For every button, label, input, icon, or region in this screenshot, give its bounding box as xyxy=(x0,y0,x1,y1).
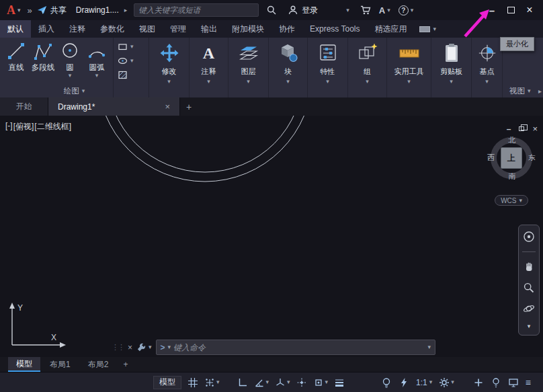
app-menu-button[interactable]: A ▾ xyxy=(4,3,24,17)
help-button[interactable]: ? ▾ xyxy=(394,5,418,15)
command-close-icon[interactable]: × xyxy=(128,343,132,352)
isometric-draft-toggle[interactable]: ▾ xyxy=(275,377,290,388)
viewcube-south[interactable]: 南 xyxy=(509,171,516,182)
close-button[interactable]: × xyxy=(520,3,539,17)
visual-style-control[interactable]: [二维线框] xyxy=(34,121,71,132)
navbar-more-icon[interactable]: ▾ xyxy=(528,323,531,329)
isolate-objects-toggle[interactable] xyxy=(491,377,501,388)
zoom-icon[interactable] xyxy=(523,282,535,294)
ribbon-tab-annotate[interactable]: 注释 xyxy=(62,20,93,38)
doc-close-icon[interactable]: × xyxy=(532,124,538,134)
signin-caret-icon[interactable]: ▾ xyxy=(346,7,349,13)
workspace-switcher[interactable]: ▾ xyxy=(439,377,454,388)
ribbon-tab-addins[interactable]: 附加模块 xyxy=(224,20,272,38)
viewcube-north[interactable]: 北 xyxy=(509,135,516,145)
chevron-down-icon: ▾ xyxy=(433,26,436,32)
viewcube-top-face[interactable]: 上 xyxy=(501,147,522,169)
polar-tracking-toggle[interactable]: ▾ xyxy=(254,377,269,388)
view-control[interactable]: [俯视] xyxy=(13,121,34,132)
ucs-icon[interactable]: Y X xyxy=(3,300,70,352)
tool-ellipse[interactable]: ▾ xyxy=(118,54,148,67)
file-tab-start[interactable]: 开始 xyxy=(0,97,48,116)
doc-minimize-icon[interactable]: – xyxy=(507,124,511,134)
share-button[interactable]: 共享 xyxy=(37,5,67,16)
lineweight-toggle[interactable] xyxy=(334,377,345,388)
command-input[interactable] xyxy=(173,343,425,352)
ortho-toggle[interactable] xyxy=(237,377,248,388)
panel-properties[interactable]: 特性 ▾ xyxy=(308,38,348,97)
file-tab-drawing1[interactable]: Drawing1* × xyxy=(48,97,180,116)
panel-label: 图层 xyxy=(241,67,256,77)
ribbon-scroll-right-icon[interactable]: ▸ xyxy=(538,87,542,95)
chevron-down-icon[interactable]: ▾ xyxy=(69,73,72,79)
panel-layers[interactable]: 图层 ▾ xyxy=(228,38,269,97)
command-grip-handle[interactable]: ⋮⋮ xyxy=(112,343,124,352)
layout-tab-layout1[interactable]: 布局1 xyxy=(42,357,79,372)
tab-label: 协作 xyxy=(279,24,295,35)
navigation-wheel-icon[interactable] xyxy=(523,231,535,243)
annotation-autoscale-toggle[interactable] xyxy=(399,377,409,388)
snap-toggle[interactable]: ▾ xyxy=(204,377,220,388)
viewcube-west[interactable]: 西 xyxy=(487,153,495,163)
search-button[interactable] xyxy=(263,5,280,15)
panel-clipboard[interactable]: 剪贴板 ▾ xyxy=(431,38,472,97)
apps-button[interactable]: A ▾ xyxy=(375,5,394,15)
ribbon-tab-collaborate[interactable]: 协作 xyxy=(272,20,302,38)
chevron-down-icon[interactable]: ▾ xyxy=(95,73,99,79)
model-space-button[interactable]: 模型 xyxy=(153,376,181,389)
viewcube-east[interactable]: 东 xyxy=(528,153,536,163)
orbit-icon[interactable] xyxy=(523,303,535,315)
osnap-tracking-toggle[interactable] xyxy=(296,377,307,388)
ribbon-tab-insert[interactable]: 插入 xyxy=(31,20,62,38)
panel-annotate[interactable]: A 注释 ▾ xyxy=(190,38,228,97)
annotation-visibility-toggle[interactable] xyxy=(381,377,392,388)
panel-group[interactable]: 组 ▾ xyxy=(348,38,387,97)
panel-utilities[interactable]: 实用工具 ▾ xyxy=(387,38,431,97)
command-history-icon[interactable]: ▾ xyxy=(427,344,431,350)
signin-button[interactable]: 登录 xyxy=(288,5,318,16)
layout-tab-layout2[interactable]: 布局2 xyxy=(80,357,117,372)
doc-restore-icon[interactable] xyxy=(519,126,524,131)
ribbon-tab-parametric[interactable]: 参数化 xyxy=(93,20,132,38)
panel-title-draw[interactable]: 绘图 ▾ xyxy=(0,86,149,96)
graphics-performance-toggle[interactable] xyxy=(508,377,519,388)
drawing-canvas[interactable]: [-] [俯视] [二维线框] – × 北 南 西 东 上 WCS ▾ xyxy=(0,116,543,357)
ribbon-tab-home[interactable]: 默认 xyxy=(0,20,31,38)
status-bar: 模型 ▾ ▾ xyxy=(0,372,543,392)
customize-menu[interactable]: ≡ xyxy=(526,377,531,388)
panel-modify[interactable]: 修改 ▾ xyxy=(149,38,190,97)
wcs-dropdown[interactable]: WCS ▾ xyxy=(495,195,528,206)
panel-title-view[interactable]: 视图 ▾ xyxy=(503,86,543,96)
chevron-down-icon: ▾ xyxy=(17,7,21,13)
quick-properties-toggle[interactable] xyxy=(473,377,484,388)
ribbon-tab-manage[interactable]: 管理 xyxy=(163,20,194,38)
grid-toggle[interactable] xyxy=(187,377,198,388)
autoscale-lightning-icon xyxy=(399,377,409,388)
ribbon-tab-output[interactable]: 输出 xyxy=(194,20,224,38)
ribbon-tab-featured-apps[interactable]: 精选应用 xyxy=(367,20,414,38)
viewport-menu[interactable]: [-] xyxy=(5,121,13,132)
new-drawing-button[interactable]: + xyxy=(180,97,198,116)
ribbon-display-toggle[interactable]: ▾ xyxy=(414,20,442,38)
tool-rectangle[interactable]: ▾ xyxy=(118,40,148,52)
panel-basepoint[interactable]: 基点 ▾ xyxy=(472,38,503,97)
quick-access-overflow[interactable]: » xyxy=(28,5,32,15)
close-tab-icon[interactable]: × xyxy=(165,102,170,112)
viewcube[interactable]: 北 南 西 东 上 xyxy=(487,133,538,191)
chevron-down-icon[interactable]: ▾ xyxy=(168,344,171,350)
minimize-button[interactable]: – xyxy=(483,3,501,17)
search-input[interactable] xyxy=(134,6,258,14)
command-customize-button[interactable]: ▾ xyxy=(136,342,152,352)
annotation-scale-button[interactable]: 1:1 ▾ xyxy=(416,378,432,387)
tool-hatch[interactable] xyxy=(118,69,148,81)
new-layout-button[interactable]: + xyxy=(118,357,133,372)
qat-caret-icon[interactable]: ▸ xyxy=(124,7,128,13)
store-button[interactable] xyxy=(356,5,375,15)
ribbon-tab-express-tools[interactable]: Express Tools xyxy=(302,20,367,38)
ribbon-tab-view[interactable]: 视图 xyxy=(132,20,163,38)
panel-block[interactable]: 块 ▾ xyxy=(269,38,308,97)
pan-hand-icon[interactable] xyxy=(523,261,535,273)
osnap-toggle[interactable]: ▾ xyxy=(313,377,329,388)
maximize-button[interactable] xyxy=(501,3,520,17)
layout-tab-model[interactable]: 模型 xyxy=(8,357,40,372)
